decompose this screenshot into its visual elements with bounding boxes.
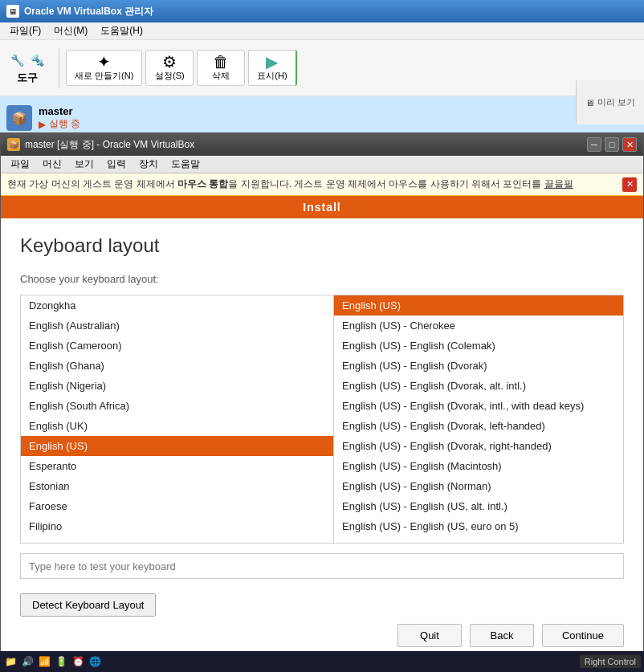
delete-btn[interactable]: 🗑 삭제 (197, 50, 245, 86)
taskbar-icon-4[interactable]: 🔋 (54, 654, 68, 669)
list-item-english-au[interactable]: English (Australian) (21, 316, 333, 336)
list-item-filipino[interactable]: Filipino (21, 516, 333, 536)
minimize-btn[interactable]: ─ (587, 137, 601, 152)
detect-layout-button[interactable]: Detect Keyboard Layout (20, 593, 156, 617)
vm-icon: 📦 (6, 105, 32, 131)
taskbar-icon-3[interactable]: 📶 (37, 654, 51, 669)
install-header-label: Install (303, 201, 340, 214)
list-item-english-gh[interactable]: English (Ghana) (21, 356, 333, 376)
list-item-english-uk[interactable]: English (UK) (21, 416, 333, 436)
right-item-dvorak-alt[interactable]: English (US) - English (Dvorak, alt. int… (334, 376, 623, 396)
list-item-english-cm[interactable]: English (Cameroon) (21, 336, 333, 356)
tools-icon-1: 🔧 (8, 51, 26, 69)
settings-label: 설정(S) (155, 70, 185, 82)
right-item-macintosh[interactable]: English (US) - English (Macintosh) (334, 456, 623, 476)
inner-menu-view[interactable]: 보기 (68, 156, 100, 173)
test-keyboard-input[interactable] (20, 553, 624, 579)
right-item-dvorak-right[interactable]: English (US) - English (Dvorak, right-ha… (334, 436, 623, 456)
taskbar-icon-5[interactable]: ⏰ (71, 654, 85, 669)
delete-icon: 🗑 (213, 54, 229, 70)
left-keyboard-list[interactable]: Dzongkha English (Australian) English (C… (21, 295, 334, 543)
list-item-english-ng[interactable]: English (Nigeria) (21, 376, 333, 396)
tools-icon-box: 🔧 🔩 (8, 51, 46, 69)
toolbar-sep (59, 48, 59, 88)
inner-menu-help[interactable]: 도움말 (165, 156, 206, 173)
vm-status: ▶ 실행 중 (39, 117, 618, 131)
inner-menu-file[interactable]: 파일 (4, 156, 36, 173)
list-item-faroese[interactable]: Faroese (21, 496, 333, 516)
right-keyboard-list[interactable]: English (US) English (US) - Cherokee Eng… (334, 295, 623, 543)
list-item-english-us[interactable]: English (US) (21, 436, 333, 456)
right-item-colemak[interactable]: English (US) - English (Colemak) (334, 336, 623, 356)
test-input-area (20, 553, 624, 579)
show-btn[interactable]: ▶ 표시(H) (248, 50, 296, 86)
tools-icon-2: 🔩 (28, 51, 46, 69)
list-item-estonian[interactable]: Estonian (21, 476, 333, 496)
taskbar-right-label: Right Control (580, 655, 641, 668)
right-item-intl-dead[interactable]: English (US) - English (US, intl., with … (334, 536, 623, 543)
right-item-euro[interactable]: English (US) - English (US, euro on 5) (334, 516, 623, 536)
quit-button[interactable]: Quit (397, 624, 462, 647)
right-item-cherokee[interactable]: English (US) - Cherokee (334, 316, 623, 336)
taskbar-icon-1[interactable]: 📁 (3, 654, 18, 669)
taskbar-icon-6[interactable]: 🌐 (88, 654, 102, 669)
notif-underline: 끌을필 (544, 178, 573, 189)
preview-panel[interactable]: 🖥 미리 보기 (576, 80, 644, 124)
continue-button[interactable]: Continue (542, 624, 624, 647)
right-item-dvorak-intl[interactable]: English (US) - English (Dvorak, intl., w… (334, 396, 623, 416)
inner-title: master [실행 중] - Oracle VM VirtualBox (25, 138, 582, 152)
install-body: Keyboard layout Choose your keyboard lay… (1, 218, 643, 672)
show-icon: ▶ (266, 54, 278, 70)
right-item-norman[interactable]: English (US) - English (Norman) (334, 476, 623, 496)
inner-titlebar: 📦 master [실행 중] - Oracle VM VirtualBox ─… (1, 133, 643, 156)
inner-menu-devices[interactable]: 장치 (132, 156, 165, 173)
settings-icon: ⚙ (162, 54, 177, 70)
menu-file[interactable]: 파일(F) (3, 22, 47, 39)
win-controls: ─ □ ✕ (587, 137, 637, 152)
toolbar-tools-group: 🔧 🔩 도구 (8, 51, 46, 85)
new-icon: ✦ (97, 54, 111, 70)
list-item-english-za[interactable]: English (South Africa) (21, 396, 333, 416)
inner-vm-window: 📦 master [실행 중] - Oracle VM VirtualBox ─… (0, 132, 644, 672)
subtitle: Choose your keyboard layout: (20, 273, 624, 285)
taskbar-icon-2[interactable]: 🔊 (20, 654, 35, 669)
maximize-btn[interactable]: □ (605, 137, 619, 152)
menu-machine[interactable]: 머신(M) (47, 22, 94, 39)
menu-help[interactable]: 도움말(H) (94, 22, 149, 39)
new-btn[interactable]: ✦ 새로 만들기(N) (66, 50, 142, 86)
install-header: Install (1, 196, 643, 218)
right-item-english-us[interactable]: English (US) (334, 295, 623, 316)
keyboard-layout-columns: Dzongkha English (Australian) English (C… (20, 295, 624, 544)
inner-menu-machine[interactable]: 머신 (36, 156, 68, 173)
list-item-esperanto[interactable]: Esperanto (21, 456, 333, 476)
vbox-manager-window: 🖥 Oracle VM VirtualBox 관리자 파일(F) 머신(M) 도… (0, 0, 644, 141)
right-item-dvorak-left[interactable]: English (US) - English (Dvorak, left-han… (334, 416, 623, 436)
tools-label: 도구 (17, 71, 38, 85)
vm-status-arrow: ▶ (39, 119, 46, 130)
taskbar: 📁 🔊 📶 🔋 ⏰ 🌐 Right Control (0, 651, 644, 672)
list-item-dzongkha[interactable]: Dzongkha (21, 295, 333, 316)
close-btn[interactable]: ✕ (622, 137, 637, 152)
inner-menubar: 파일 머신 보기 입력 장치 도움말 (1, 156, 643, 173)
inner-app-icon: 📦 (7, 138, 20, 151)
vm-info: master ▶ 실행 중 (39, 105, 618, 131)
show-label: 표시(H) (257, 70, 287, 82)
vm-name: master (39, 105, 618, 117)
notif-bold: 마우스 통합 (177, 178, 228, 189)
notification-close-btn[interactable]: ✕ (622, 177, 637, 192)
vbox-app-icon: 🖥 (6, 5, 19, 18)
outer-toolbar: 🔧 🔩 도구 ✦ 새로 만들기(N) ⚙ 설정(S) 🗑 삭제 ▶ 표시(H) (0, 40, 644, 96)
list-item-finnish[interactable]: Finnish (21, 536, 333, 543)
back-button[interactable]: Back (470, 624, 534, 647)
taskbar-right: Right Control (580, 655, 641, 668)
outer-menubar: 파일(F) 머신(M) 도움말(H) (0, 22, 644, 40)
delete-label: 삭제 (212, 70, 230, 82)
right-item-dvorak[interactable]: English (US) - English (Dvorak) (334, 356, 623, 376)
settings-btn[interactable]: ⚙ 설정(S) (145, 50, 194, 86)
preview-label: 미리 보기 (597, 96, 635, 108)
outer-titlebar: 🖥 Oracle VM VirtualBox 관리자 (0, 0, 644, 22)
inner-menu-input[interactable]: 입력 (100, 156, 132, 173)
right-item-alt-intl[interactable]: English (US) - English (US, alt. intl.) (334, 496, 623, 516)
notification-text: 현재 가상 머신의 게스트 운영 체제에서 마우스 통합을 지원합니다. 게스트… (7, 177, 619, 191)
new-label: 새로 만들기(N) (75, 70, 133, 82)
